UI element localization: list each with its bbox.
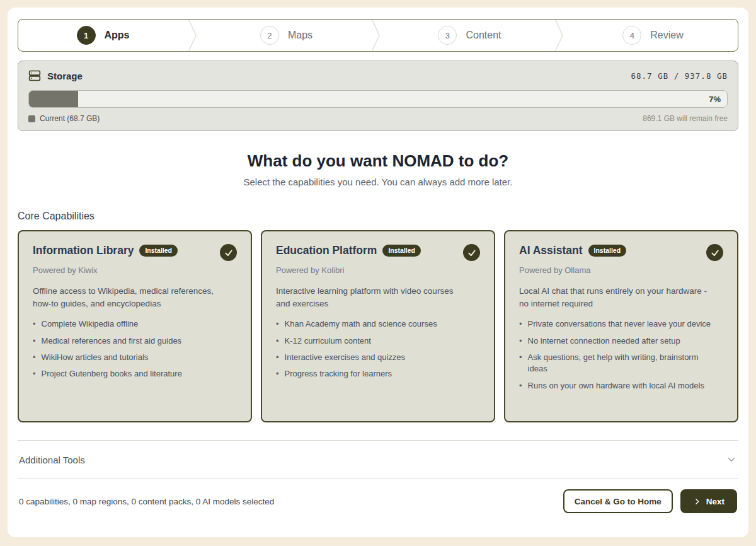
step-separator-icon	[371, 20, 385, 51]
feature-item: •Private conversations that never leave …	[519, 318, 714, 330]
storage-progress-fill	[29, 91, 78, 107]
card-feature-list: •Complete Wikipedia offline •Medical ref…	[33, 318, 237, 380]
bullet-glyph: •	[33, 318, 36, 330]
wizard-footer: 0 capabilities, 0 map regions, 0 content…	[18, 479, 738, 513]
selected-check-icon	[706, 244, 723, 261]
setup-wizard-panel: 1 Apps 2 Maps 3 Content 4 Review	[8, 8, 748, 537]
card-ai-assistant[interactable]: AI Assistant Installed Powered by Ollama…	[504, 230, 738, 422]
step-maps-label: Maps	[288, 30, 312, 41]
wizard-stepper: 1 Apps 2 Maps 3 Content 4 Review	[18, 19, 738, 52]
step-content[interactable]: 3 Content	[385, 20, 554, 51]
card-description: Interactive learning platform with video…	[276, 285, 465, 310]
step-maps[interactable]: 2 Maps	[202, 20, 371, 51]
step-review-label: Review	[650, 30, 683, 41]
feature-item: •Complete Wikipedia offline	[33, 318, 228, 330]
card-powered-by: Powered by Ollama	[519, 265, 723, 275]
bullet-glyph: •	[519, 318, 522, 330]
legend-current-label: Current (68.7 GB)	[40, 114, 100, 123]
feature-item: •Interactive exercises and quizzes	[276, 352, 471, 363]
step-apps[interactable]: 1 Apps	[18, 20, 188, 51]
legend-current-swatch	[28, 115, 35, 122]
installed-badge: Installed	[382, 245, 421, 257]
storage-panel: Storage 68.7 GB / 937.8 GB 7% Current (6…	[18, 61, 738, 131]
step-review-number: 4	[622, 26, 641, 45]
storage-remaining-text: 869.1 GB will remain free	[643, 114, 728, 123]
chevron-right-icon	[693, 497, 701, 506]
card-description: Local AI chat that runs entirely on your…	[519, 285, 708, 310]
feature-item: •Khan Academy math and science courses	[276, 318, 471, 330]
feature-item: •Ask questions, get help with writing, b…	[519, 352, 714, 375]
feature-item: •Medical references and first aid guides	[33, 335, 228, 347]
storage-percent-label: 7%	[709, 91, 721, 107]
card-feature-list: •Khan Academy math and science courses •…	[276, 318, 480, 380]
step-content-number: 3	[438, 26, 457, 45]
bullet-glyph: •	[519, 380, 522, 392]
installed-badge: Installed	[588, 245, 627, 257]
capability-cards: Information Library Installed Powered by…	[18, 230, 738, 422]
storage-title: Storage	[47, 71, 83, 81]
step-separator-icon	[554, 20, 568, 51]
card-powered-by: Powered by Kolibri	[276, 265, 480, 275]
step-maps-number: 2	[260, 26, 279, 45]
bullet-glyph: •	[276, 335, 279, 347]
storage-usage-text: 68.7 GB / 937.8 GB	[631, 71, 728, 81]
step-content-label: Content	[466, 30, 501, 41]
bullet-glyph: •	[519, 352, 522, 375]
card-title: Information Library	[33, 244, 134, 257]
cancel-button-label: Cancel & Go to Home	[575, 497, 662, 506]
card-feature-list: •Private conversations that never leave …	[519, 318, 723, 392]
selected-check-icon	[220, 244, 237, 261]
feature-item: •WikiHow articles and tutorials	[33, 352, 228, 363]
card-education-platform[interactable]: Education Platform Installed Powered by …	[261, 230, 495, 422]
selected-check-icon	[463, 244, 480, 261]
bullet-glyph: •	[519, 335, 522, 347]
step-review[interactable]: 4 Review	[568, 20, 738, 51]
feature-item: •Progress tracking for learners	[276, 368, 471, 380]
card-powered-by: Powered by Kiwix	[33, 265, 237, 275]
feature-item: •K-12 curriculum content	[276, 335, 471, 347]
feature-item: •Runs on your own hardware with local AI…	[519, 380, 714, 392]
installed-badge: Installed	[139, 245, 178, 257]
selection-summary: 0 capabilities, 0 map regions, 0 content…	[19, 497, 274, 506]
next-button-label: Next	[706, 497, 724, 506]
card-description: Offline access to Wikipedia, medical ref…	[33, 285, 222, 310]
card-information-library[interactable]: Information Library Installed Powered by…	[18, 230, 252, 422]
core-capabilities-heading: Core Capabilities	[18, 211, 738, 222]
next-button[interactable]: Next	[680, 489, 737, 513]
page-subtitle: Select the capabilities you need. You ca…	[18, 177, 738, 187]
step-apps-number: 1	[77, 26, 96, 45]
bullet-glyph: •	[276, 318, 279, 330]
feature-item: •Project Gutenberg books and literature	[33, 368, 228, 380]
additional-tools-label: Additional Tools	[19, 455, 85, 465]
bullet-glyph: •	[33, 352, 36, 363]
feature-item: •No internet connection needed after set…	[519, 335, 714, 347]
additional-tools-toggle[interactable]: Additional Tools	[18, 441, 738, 479]
card-title: Education Platform	[276, 244, 377, 257]
storage-legend: Current (68.7 GB)	[28, 114, 100, 123]
step-apps-label: Apps	[105, 30, 130, 41]
cancel-go-home-button[interactable]: Cancel & Go to Home	[563, 489, 673, 513]
bullet-glyph: •	[276, 368, 279, 380]
card-title: AI Assistant	[519, 244, 583, 257]
bullet-glyph: •	[33, 335, 36, 347]
chevron-down-icon[interactable]	[726, 454, 737, 465]
bullet-glyph: •	[276, 352, 279, 363]
storage-server-icon	[28, 69, 41, 82]
page-title: What do you want NOMAD to do?	[18, 151, 738, 171]
storage-progress-bar: 7%	[28, 90, 728, 108]
bullet-glyph: •	[33, 368, 36, 380]
step-separator-icon	[188, 20, 202, 51]
